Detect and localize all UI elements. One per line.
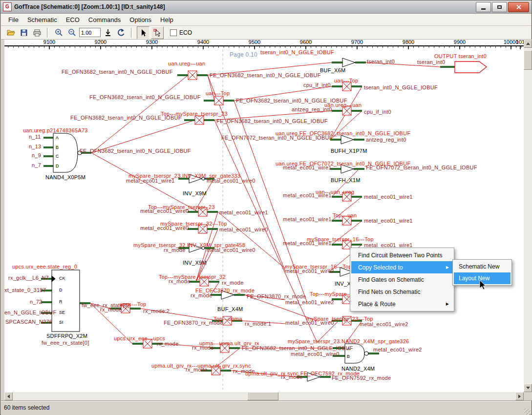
net-label: rx_mode: [191, 292, 213, 299]
net-label: tseran_int0_N_GGLE_IOBUF: [364, 84, 438, 91]
zoom-in-button[interactable]: [53, 27, 64, 39]
context-menu: Find Circuit Between Two PointsCopy Sele…: [350, 248, 454, 311]
scroll-right-button[interactable]: [515, 392, 524, 400]
ruler-unit-label: 9200: [95, 40, 106, 45]
net-label: FE_OFN3870_rx_mode: [164, 320, 223, 326]
menu-item-copy-selected-to[interactable]: Copy Selected to▶: [351, 261, 453, 273]
undo-icon: [117, 28, 126, 37]
ruler-unit-label: 9400: [197, 40, 209, 45]
gate-name-label: INV_X9M: [183, 260, 207, 266]
net-label: metal_eco01_wire1: [126, 178, 175, 184]
ruler: 9100920093009400950096009700980099001000…: [4, 40, 524, 49]
title-bar[interactable]: G GofTrace [Schematic:0] [Zoom:1.00:1] […: [0, 0, 532, 14]
net-label: metal_eco01_wire1: [283, 240, 332, 247]
vertical-scrollbar[interactable]: [524, 40, 532, 392]
pin-label: C: [56, 153, 59, 160]
net-label: metal_eco01_wire1: [364, 194, 413, 200]
app-window: G GofTrace [Schematic:0] [Zoom:1.00:1] […: [0, 0, 532, 415]
net-label: metal_eco01_wire1: [283, 216, 332, 223]
close-icon: [516, 4, 521, 10]
arrow-down-icon: [526, 387, 530, 389]
net-label: metal_eco01_wire0: [140, 208, 189, 214]
maximize-button[interactable]: [492, 2, 507, 12]
zoom-level-input[interactable]: [79, 28, 101, 37]
apply-zoom-button[interactable]: [102, 27, 114, 39]
horizontal-scrollbar[interactable]: [4, 392, 524, 400]
select-pointer-icon: [139, 28, 148, 37]
arrow-left-icon: [7, 394, 10, 398]
pin-label: SI: [59, 319, 64, 326]
menu-file[interactable]: File: [4, 15, 23, 25]
net-label: metal_eco01_wire0: [219, 227, 268, 233]
toolbar: ECO: [1, 26, 531, 40]
close-button[interactable]: [508, 2, 529, 12]
menu-item-label: Find Circuit Between Two Points: [358, 252, 443, 259]
app-icon: G: [3, 2, 12, 11]
schematic-canvas[interactable]: tseran_int0_N_GGLE_IOBUFOUTPUT tseran_in…: [4, 49, 524, 392]
net-section-label: uan---Top: [334, 78, 358, 84]
page-number-label: Page 0.10: [230, 52, 257, 58]
horizontal-scroll-thumb[interactable]: [247, 392, 278, 400]
menu-item-find-gates-on-schematic[interactable]: Find Gates on Schematic: [351, 273, 453, 286]
gate-name-label: SDFFRPQ_X2M: [46, 333, 87, 339]
ruler-unit-label: 9300: [146, 40, 158, 45]
net-label: cpu_if_int0: [364, 109, 391, 115]
status-bar: 60 items selected: [1, 400, 531, 415]
net-label: rx_mode: [157, 341, 179, 347]
save-button[interactable]: [18, 27, 30, 39]
trace-pointer-button[interactable]: [151, 26, 164, 39]
net-label: metal_eco01_wire2: [285, 299, 334, 306]
net-section-label: uan.ureg---uan: [168, 61, 205, 67]
print-button[interactable]: [31, 27, 43, 39]
net-label: n_9: [32, 152, 41, 159]
menu-item-label: Copy Selected to: [358, 264, 403, 271]
pin-label: SE: [59, 310, 65, 316]
toolbar-separator: [131, 28, 133, 38]
selection-count-status: 60 items selected: [4, 404, 49, 411]
net-label: metal_eco01_wire1: [283, 192, 332, 199]
ruler-unit-label: 9500: [249, 40, 260, 45]
menu-item-label: Place & Route: [358, 301, 396, 308]
scroll-up-button[interactable]: [524, 40, 532, 48]
ruler-unit-label: 9800: [403, 40, 414, 45]
menu-item-schematic-new[interactable]: Schematic New: [454, 261, 511, 272]
submenu-arrow-icon: ▶: [446, 302, 449, 306]
menu-schematic[interactable]: Schematic: [23, 15, 62, 25]
net-label: tseran_int0: [417, 59, 445, 65]
undo-button[interactable]: [115, 27, 127, 39]
apply-zoom-icon: [104, 28, 112, 37]
open-file-button[interactable]: [5, 27, 17, 39]
menu-item-label: Schematic New: [459, 263, 499, 270]
net-label: FE_OFN3682_tseran_int0_N_GGLE_IOBUF: [216, 118, 328, 124]
net-label: rx_mode: [186, 367, 208, 373]
net-label: cpu_if_int0: [303, 82, 331, 88]
net-section-label: mySpare_tserspr_23.NAND2_X4M_spr_gate326: [288, 338, 409, 345]
menu-help[interactable]: Help: [156, 15, 178, 25]
menu-commands[interactable]: Commands: [84, 15, 125, 25]
minimize-button[interactable]: [476, 2, 491, 12]
scroll-down-button[interactable]: [524, 384, 532, 392]
scrollbar-corner: [524, 392, 532, 400]
net-section-label: Top---uan: [333, 212, 357, 219]
menu-eco[interactable]: ECO: [62, 15, 84, 25]
pin-label: D: [59, 287, 63, 293]
menu-item-place-route[interactable]: Place & Route▶: [351, 298, 453, 310]
scroll-left-button[interactable]: [4, 392, 13, 400]
net-label: rx_mode:2: [143, 308, 170, 314]
arrow-up-icon: [526, 42, 530, 45]
zoom-out-icon: [67, 28, 76, 37]
menu-item-find-nets-on-schematic[interactable]: Find Nets on Schematic: [351, 286, 453, 298]
net-label: FE_OFN7072_tseran_int0_N_GGLE_IOBUF: [366, 165, 477, 171]
toolbar-separator: [47, 28, 49, 38]
zoom-out-button[interactable]: [66, 27, 78, 39]
vertical-scroll-thumb[interactable]: [524, 50, 532, 70]
menu-item-label: Find Nets on Schematic: [358, 289, 420, 295]
eco-checkbox[interactable]: [170, 29, 177, 36]
net-label: antzeg_reg_int0: [366, 137, 406, 143]
net-label: metal_eco01_wire1: [219, 209, 268, 216]
menu-options[interactable]: Options: [125, 15, 156, 25]
select-pointer-button[interactable]: [137, 26, 149, 39]
menu-item-find-circuit-between-two-points[interactable]: Find Circuit Between Two Points: [351, 249, 453, 261]
net-label: FE_OFN7592_rx_mode: [332, 375, 391, 381]
resize-grip-icon[interactable]: [524, 409, 531, 415]
